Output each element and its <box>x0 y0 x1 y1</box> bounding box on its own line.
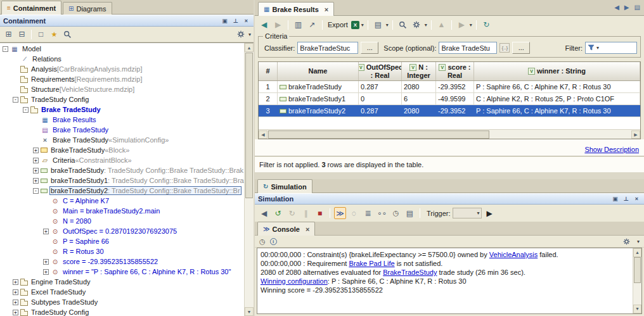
scope-field[interactable]: Brake TradeStu <box>439 42 497 54</box>
scroll-up-icon[interactable]: ▲ <box>633 248 641 257</box>
view-options-icon[interactable]: ▤ <box>372 19 384 31</box>
gear-icon[interactable] <box>235 28 247 41</box>
tree-item[interactable]: Brake TradeStudy <box>0 104 254 115</box>
move-up-icon[interactable]: ▲ <box>435 19 448 31</box>
expander-icon[interactable] <box>13 279 18 285</box>
forward-icon[interactable]: ▶ <box>272 19 284 31</box>
caret-icon[interactable]: ▾ <box>386 22 389 28</box>
tree-item[interactable]: Model <box>0 44 254 54</box>
clock-icon[interactable]: ◷ <box>390 207 402 219</box>
previous-tab-icon[interactable]: ◀ <box>614 4 619 11</box>
search-icon[interactable] <box>61 28 74 41</box>
scroll-down-icon[interactable]: ▼ <box>633 305 641 313</box>
tree-scrollbar[interactable]: ▲ ▼ <box>244 43 254 316</box>
refresh-icon[interactable]: ↻ <box>480 19 493 31</box>
tree-item[interactable]: brakeTradeStudy2 : TradeStudy Config::Br… <box>0 186 254 196</box>
next-tab-icon[interactable]: ▶ <box>624 4 629 11</box>
scrollbar-thumb[interactable] <box>268 130 489 139</box>
console-scrollbar[interactable]: ▲ ▼ <box>633 248 641 313</box>
column-header-index[interactable]: # <box>259 62 278 80</box>
close-icon[interactable]: × <box>306 225 309 233</box>
pause-icon[interactable]: ∥ <box>300 207 312 219</box>
tree-item[interactable]: brakeTradeStudy1 : TradeStudy Config::Br… <box>0 175 254 186</box>
tree-item[interactable]: Relations <box>0 54 254 64</box>
expander-icon[interactable] <box>13 87 18 92</box>
table-row[interactable]: 1 brakeTradeStudy 0.287 2080 -29.3952 P … <box>259 81 640 93</box>
expander-icon[interactable] <box>13 289 18 295</box>
tree-item[interactable]: Brake Results <box>0 115 254 125</box>
brake-trade-study-link[interactable]: BrakeTradeStudy <box>383 269 437 276</box>
expander-icon[interactable] <box>33 117 39 123</box>
search-icon[interactable] <box>397 19 409 31</box>
gear-icon[interactable] <box>411 19 423 31</box>
restart-icon[interactable]: ↺ <box>272 207 284 219</box>
scrollbar-thumb[interactable] <box>634 257 641 283</box>
scroll-up-icon[interactable]: ▲ <box>245 43 254 52</box>
excel-icon[interactable]: X <box>351 21 359 29</box>
tree-item[interactable]: Engine TradeStudy <box>0 277 254 287</box>
table-row-selected[interactable]: 3 brakeTradeStudy2 0.287 2080 -29.3952 P… <box>259 105 640 117</box>
column-header-name[interactable]: Name <box>278 62 359 80</box>
expander-icon[interactable] <box>13 300 18 305</box>
tab-containment[interactable]: ≡ Containment <box>1 1 61 15</box>
tree-item[interactable]: P = Saphire 66 <box>0 236 254 246</box>
tree-item[interactable]: Main = brakeTradeStudy2.main <box>0 206 254 216</box>
expander-icon[interactable] <box>33 188 39 194</box>
timestamp-icon[interactable]: ◷ <box>259 237 266 246</box>
scope-browse-button[interactable]: ... <box>512 42 530 54</box>
copy-icon[interactable]: ▥ <box>292 19 304 31</box>
back-icon[interactable]: ◀ <box>258 207 270 219</box>
gear-icon[interactable] <box>621 236 633 248</box>
expander-icon[interactable] <box>23 107 29 113</box>
favorites-icon[interactable]: ★ <box>48 28 60 41</box>
expander-icon[interactable] <box>13 97 18 103</box>
column-header-outofspec[interactable]: VOutOfSpec : Real <box>359 62 402 80</box>
info-icon[interactable]: i <box>270 238 277 245</box>
float-icon[interactable]: ▣ <box>221 16 229 25</box>
console-view-icon[interactable]: ≫ <box>334 207 346 219</box>
expander-icon[interactable] <box>43 269 49 275</box>
column-header-winner[interactable]: Vwinner : String <box>474 62 640 80</box>
brake-pad-life-link[interactable]: Brake Pad Life <box>349 260 394 267</box>
column-header-score[interactable]: Vscore : Real <box>436 62 474 80</box>
expander-icon[interactable] <box>33 158 39 163</box>
tree-item[interactable]: OutOfSpec = 0.28701923076923075 <box>0 226 254 236</box>
tree-item[interactable]: R = Rotus 30 <box>0 246 254 256</box>
tree-item[interactable]: winner = "P : Saphire 66, C : Alphine K7… <box>0 267 254 277</box>
pin-icon[interactable]: ⊥ <box>622 195 630 203</box>
expander-icon[interactable] <box>43 218 49 224</box>
tab-list-icon[interactable]: ▤ <box>634 4 640 11</box>
expander-icon[interactable] <box>43 198 49 204</box>
tree-item[interactable]: Brake TradeStudy «SimulationConfig» <box>0 135 254 145</box>
resume-icon[interactable]: ↻ <box>286 207 298 219</box>
tree-item[interactable]: Criteria «ConstraintBlock» <box>0 155 254 165</box>
trigger-select[interactable]: ▾ <box>453 208 482 218</box>
winning-configuration-link[interactable]: Winning configuration <box>261 277 328 285</box>
inheritance-view-icon[interactable]: ⊟ <box>16 28 28 41</box>
toolbar-overflow-icon[interactable]: ▶ <box>484 207 496 219</box>
expander-icon[interactable] <box>43 249 49 255</box>
tree-item[interactable]: Analysis [CarBrakingAnalysis.mdzip] <box>0 64 254 74</box>
scroll-down-icon[interactable]: ▼ <box>245 307 254 316</box>
tree-item[interactable]: C = Alphine K7 <box>0 196 254 206</box>
expander-icon[interactable] <box>43 239 49 244</box>
float-icon[interactable]: ▣ <box>611 195 619 203</box>
caret-icon[interactable]: ▾ <box>361 22 364 28</box>
back-icon[interactable]: ◀ <box>258 19 270 31</box>
filter-field[interactable]: ▾ <box>585 42 637 54</box>
tree-item[interactable]: Structure [VehicleStructure.mdzip] <box>0 84 254 94</box>
tab-console[interactable]: ≫ Console × <box>257 222 315 236</box>
tab-brake-results[interactable]: ▦ Brake Results × <box>258 2 334 16</box>
tree-item[interactable]: Brake TradeStudy <box>0 125 254 135</box>
expander-icon[interactable] <box>33 127 39 133</box>
animation-icon[interactable]: ◌ <box>348 207 360 219</box>
steps-icon[interactable]: ≣ <box>362 207 374 219</box>
expander-icon[interactable] <box>33 168 39 174</box>
scroll-right-icon[interactable]: ▶ <box>631 130 640 139</box>
table-row[interactable]: 2 brakeTradeStudy1 0 6 -49.9599 C : Alph… <box>259 93 640 105</box>
caret-icon[interactable]: ▾ <box>470 22 472 28</box>
expander-icon[interactable] <box>33 137 39 143</box>
horizontal-scrollbar[interactable]: ◀ ▶ <box>259 129 640 139</box>
tree-item[interactable]: Requirements [Requirements.mdzip] <box>0 74 254 84</box>
classifier-field[interactable]: BrakeTradeStuc <box>297 42 358 54</box>
